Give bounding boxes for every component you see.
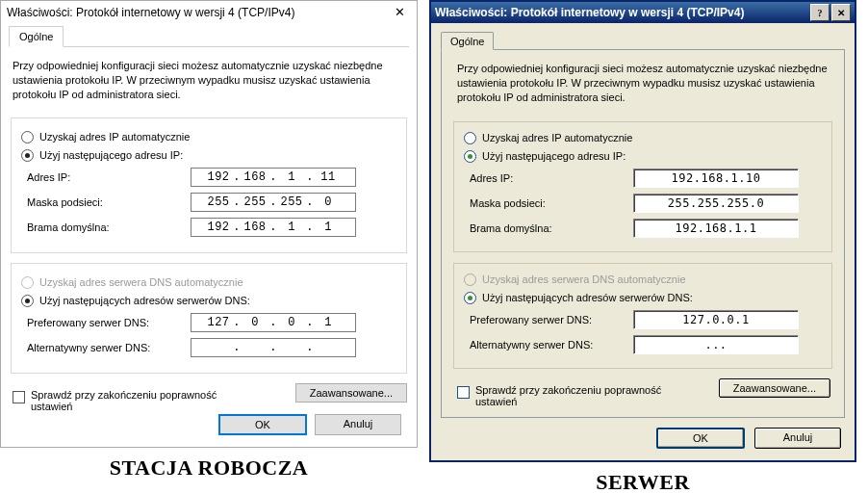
label-dns1: Preferowany serwer DNS:: [470, 314, 633, 325]
input-dns1[interactable]: 127. 0. 0. 1: [633, 310, 799, 329]
radio-icon: [21, 276, 34, 289]
checkbox-validate[interactable]: Sprawdź przy zakończeniu poprawność usta…: [457, 384, 687, 407]
help-icon[interactable]: ?: [810, 4, 830, 21]
group-ip: Uzyskaj adres IP automatycznie Użyj nast…: [453, 120, 832, 252]
checkbox-label: Sprawdź przy zakończeniu poprawność usta…: [31, 389, 243, 412]
caption-workstation: STACJA ROBOCZA: [110, 455, 308, 481]
dialog-server: Właściwości: Protokół internetowy w wers…: [429, 0, 856, 462]
radio-icon: [21, 149, 34, 162]
radio-label: Użyj następującego adresu IP:: [482, 150, 625, 162]
input-dns2[interactable]: . . .: [633, 335, 799, 354]
radio-icon: [21, 295, 34, 307]
checkbox-validate[interactable]: Sprawdź przy zakończeniu poprawność usta…: [13, 389, 243, 412]
group-dns: Uzyskaj adres serwera DNS automatycznie …: [11, 263, 407, 374]
checkbox-icon: [13, 391, 25, 403]
tabstrip: Ogólne: [441, 31, 845, 49]
ok-button[interactable]: OK: [218, 414, 307, 435]
group-ip: Uzyskaj adres IP automatycznie Użyj nast…: [11, 117, 407, 253]
input-dns2[interactable]: . . .: [191, 338, 356, 357]
input-dns1[interactable]: 127. 0. 0. 1: [191, 313, 356, 332]
label-dns1: Preferowany serwer DNS:: [27, 317, 191, 328]
label-ip: Adres IP:: [27, 171, 191, 183]
radio-label: Uzyskaj adres IP automatycznie: [39, 131, 190, 143]
info-text: Przy odpowiedniej konfiguracji sieci moż…: [453, 60, 832, 115]
radio-label: Użyj następującego adresu IP:: [39, 149, 183, 161]
ok-button[interactable]: OK: [656, 428, 745, 449]
cancel-button[interactable]: Anuluj: [754, 428, 841, 449]
window-title: Właściwości: Protokół internetowy w wers…: [435, 6, 744, 19]
label-mask: Maska podsieci:: [27, 196, 191, 208]
radio-icon: [464, 292, 476, 304]
tab-general[interactable]: Ogólne: [9, 26, 64, 47]
label-gw: Brama domyślna:: [27, 221, 191, 233]
close-icon[interactable]: ✕: [388, 5, 411, 19]
dialog-workstation: Właściwości: Protokół internetowy w wers…: [0, 0, 418, 448]
tab-general[interactable]: Ogólne: [441, 32, 494, 50]
label-gw: Brama domyślna:: [470, 222, 633, 234]
label-dns2: Alternatywny serwer DNS:: [470, 339, 633, 351]
titlebar: Właściwości: Protokół internetowy w wers…: [431, 2, 855, 23]
input-mask[interactable]: 255. 255. 255. 0: [633, 194, 799, 213]
info-text: Przy odpowiedniej konfiguracji sieci moż…: [9, 57, 409, 112]
advanced-button[interactable]: Zaawansowane...: [295, 383, 407, 403]
radio-label: Uzyskaj adres IP automatycznie: [482, 132, 632, 143]
radio-dns-manual[interactable]: Użyj następujących adresów serwerów DNS:: [21, 295, 396, 307]
radio-label: Użyj następujących adresów serwerów DNS:: [482, 292, 693, 303]
label-dns2: Alternatywny serwer DNS:: [27, 342, 191, 353]
radio-ip-manual[interactable]: Użyj następującego adresu IP:: [464, 150, 822, 163]
radio-dns-auto: Uzyskaj adres serwera DNS automatycznie: [464, 273, 822, 286]
radio-dns-manual[interactable]: Użyj następujących adresów serwerów DNS:: [464, 292, 822, 304]
radio-dns-auto: Uzyskaj adres serwera DNS automatycznie: [21, 276, 396, 289]
label-mask: Maska podsieci:: [470, 197, 633, 209]
input-ip[interactable]: 192. 168. 1. 10: [633, 169, 799, 188]
radio-icon: [464, 132, 476, 144]
advanced-button[interactable]: Zaawansowane...: [719, 378, 830, 398]
titlebar: Właściwości: Protokół internetowy w wers…: [1, 1, 417, 21]
radio-label: Uzyskaj adres serwera DNS automatycznie: [39, 276, 243, 288]
caption-server: SERWER: [596, 470, 690, 494]
radio-label: Uzyskaj adres serwera DNS automatycznie: [482, 273, 686, 285]
group-dns: Uzyskaj adres serwera DNS automatycznie …: [453, 262, 832, 369]
window-title: Właściwości: Protokół internetowy w wers…: [7, 6, 294, 19]
close-icon[interactable]: ✕: [831, 4, 851, 21]
input-ip[interactable]: 192. 168. 1. 11: [191, 168, 356, 187]
cancel-button[interactable]: Anuluj: [315, 414, 401, 435]
input-mask[interactable]: 255. 255. 255. 0: [191, 193, 356, 212]
radio-icon: [464, 150, 476, 163]
radio-label: Użyj następujących adresów serwerów DNS:: [39, 295, 250, 306]
label-ip: Adres IP:: [470, 172, 633, 184]
radio-ip-auto[interactable]: Uzyskaj adres IP automatycznie: [464, 132, 822, 144]
radio-ip-auto[interactable]: Uzyskaj adres IP automatycznie: [21, 131, 396, 143]
checkbox-icon: [457, 386, 470, 399]
tabstrip: Ogólne: [9, 25, 409, 47]
input-gw[interactable]: 192. 168. 1. 1: [191, 218, 356, 237]
radio-ip-manual[interactable]: Użyj następującego adresu IP:: [21, 149, 396, 162]
radio-icon: [464, 273, 476, 286]
radio-icon: [21, 131, 34, 143]
checkbox-label: Sprawdź przy zakończeniu poprawność usta…: [475, 384, 687, 407]
input-gw[interactable]: 192. 168. 1. 1: [633, 219, 799, 238]
